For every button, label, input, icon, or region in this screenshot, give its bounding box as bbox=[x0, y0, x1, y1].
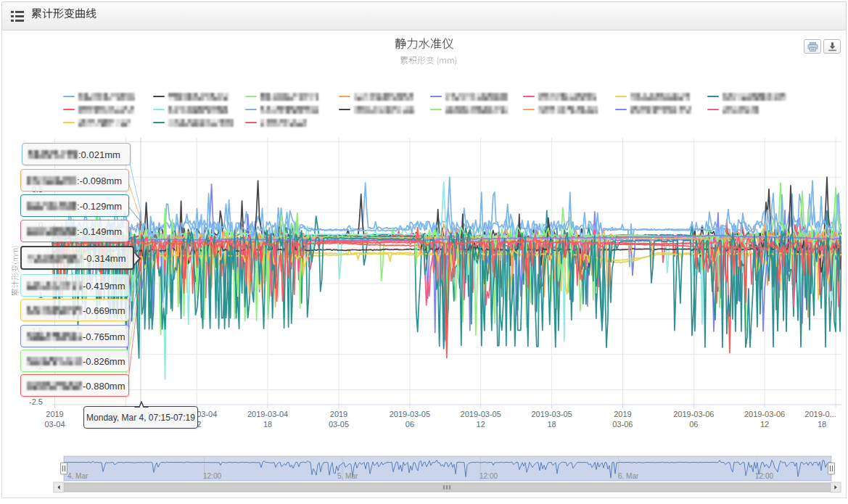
tooltip-value: -0.826mm bbox=[83, 355, 125, 366]
legend-label-redacted bbox=[630, 106, 691, 114]
tooltip-value: -0.314mm bbox=[83, 252, 126, 263]
legend-marker bbox=[245, 109, 257, 111]
tooltip-box-7: -0.669mm bbox=[20, 299, 129, 321]
tooltip-box-8: -0.765mm bbox=[20, 325, 129, 347]
legend-marker bbox=[153, 96, 165, 98]
legend-label-redacted bbox=[354, 106, 415, 114]
x-tick-label: 2019-0... bbox=[804, 410, 836, 419]
legend-label-redacted bbox=[78, 106, 135, 114]
tooltip-value: -0.880mm bbox=[83, 380, 125, 391]
navigator-handle-left[interactable] bbox=[61, 463, 67, 474]
legend-marker bbox=[339, 96, 350, 98]
redaction-pixels bbox=[168, 93, 229, 101]
tooltip-value: :0.021mm bbox=[78, 149, 120, 160]
legend-marker bbox=[430, 96, 442, 98]
legend-label-redacted bbox=[445, 93, 508, 101]
navigator-mask[interactable] bbox=[64, 456, 831, 481]
x-tick-label-2: 12 bbox=[477, 420, 485, 429]
download-button[interactable] bbox=[823, 39, 841, 54]
tooltip-label-redacted bbox=[28, 255, 83, 263]
legend-marker bbox=[153, 109, 165, 111]
redaction-pixels bbox=[27, 202, 76, 210]
redaction-pixels bbox=[723, 106, 759, 114]
redaction-pixels bbox=[723, 93, 786, 101]
redaction-pixels bbox=[354, 106, 415, 114]
legend-marker bbox=[707, 109, 719, 111]
legend-marker bbox=[430, 109, 442, 111]
legend-marker bbox=[615, 96, 627, 98]
tooltip-header: Monday, Mar 4, 07:15-07:19 bbox=[83, 406, 198, 429]
navigator-label: 5. Mar bbox=[337, 472, 358, 480]
tooltip-label-redacted bbox=[27, 357, 82, 365]
x-tick-label: 2019 bbox=[46, 410, 63, 419]
tooltip-box-9: -0.826mm bbox=[20, 350, 129, 372]
x-tick-label: 2019-03-06 bbox=[673, 410, 714, 419]
legend-label-redacted bbox=[723, 93, 786, 101]
legend-marker bbox=[339, 109, 350, 111]
redaction-pixels bbox=[27, 357, 82, 365]
x-tick-label: 2019-03-06 bbox=[744, 410, 785, 419]
legend-label-redacted bbox=[630, 93, 690, 101]
tooltip-header-arrow bbox=[134, 401, 149, 408]
tooltip-label-redacted bbox=[27, 306, 82, 315]
legend-label-redacted bbox=[538, 93, 596, 101]
x-tick-label: 2019-03-05 bbox=[461, 410, 501, 419]
redaction-pixels bbox=[27, 227, 76, 236]
redaction-pixels bbox=[168, 106, 228, 114]
redaction-pixels bbox=[630, 93, 690, 101]
redaction-pixels bbox=[354, 93, 413, 101]
printer-icon bbox=[807, 42, 818, 51]
tooltip-box-3: :-0.129mm bbox=[20, 194, 129, 217]
navigator-label: 12:00 bbox=[755, 472, 773, 480]
tooltip-header-text: Monday, Mar 4, 07:15-07:19 bbox=[86, 413, 195, 423]
legend-marker bbox=[523, 96, 535, 98]
legend-marker bbox=[707, 96, 719, 98]
chart-subtitle-glyphs bbox=[400, 57, 456, 68]
legend-marker bbox=[63, 122, 75, 124]
tooltip-box-1: :0.021mm bbox=[22, 143, 131, 165]
legend-label-redacted bbox=[168, 119, 234, 127]
x-tick-label-2: 03-05 bbox=[329, 420, 349, 429]
redaction-pixels bbox=[260, 106, 318, 114]
redaction-pixels bbox=[538, 106, 598, 114]
legend-label-redacted bbox=[78, 119, 131, 127]
tooltip-value: :-0.149mm bbox=[77, 226, 122, 236]
tooltip-value: -0.419mm bbox=[83, 280, 125, 291]
legend-label-redacted bbox=[538, 106, 598, 114]
legend-label-redacted bbox=[168, 106, 228, 114]
tooltip-value: :-0.098mm bbox=[77, 175, 122, 186]
x-tick-label-2: 06 bbox=[406, 420, 414, 429]
tooltip-box-2: :-0.098mm bbox=[20, 169, 129, 191]
redaction-pixels bbox=[78, 119, 131, 127]
legend-label-redacted bbox=[168, 93, 229, 101]
redaction-pixels bbox=[260, 93, 318, 101]
scrollbar-button-left[interactable] bbox=[54, 482, 64, 492]
print-button[interactable] bbox=[804, 39, 821, 54]
tooltip-label-redacted bbox=[27, 332, 82, 341]
tooltip-value: -0.669mm bbox=[83, 305, 125, 315]
navigator-handle-right[interactable] bbox=[828, 463, 835, 474]
tooltip-box-6: -0.419mm bbox=[20, 274, 129, 297]
redaction-pixels bbox=[27, 381, 82, 390]
tooltip-value: :-0.129mm bbox=[77, 200, 122, 211]
tooltip-box-4: :-0.149mm bbox=[20, 220, 129, 242]
tooltip-box-5: -0.314mm bbox=[20, 246, 134, 270]
chart-page: 累计形变曲线 静力水准仪 累积形变 (mm) 累计形变(mm) 201903-0… bbox=[0, 0, 848, 504]
tooltip-label-redacted bbox=[28, 150, 78, 159]
tooltip-box-arrow bbox=[134, 252, 141, 265]
legend-marker bbox=[615, 109, 627, 111]
redaction-pixels bbox=[27, 176, 76, 185]
redaction-pixels bbox=[27, 332, 82, 341]
tooltip-value: -0.765mm bbox=[83, 331, 125, 342]
legend-label-redacted bbox=[723, 106, 759, 114]
tooltip-label-redacted bbox=[27, 227, 76, 236]
legend-marker bbox=[153, 122, 165, 124]
x-tick-label-2: 18 bbox=[547, 420, 556, 429]
legend-label-redacted bbox=[445, 106, 508, 114]
redaction-pixels bbox=[28, 255, 83, 263]
legend-marker bbox=[63, 96, 75, 98]
legend-marker bbox=[245, 96, 257, 98]
chart-title-glyphs bbox=[395, 38, 453, 54]
scrollbar-button-right[interactable] bbox=[831, 482, 841, 492]
tooltip-label-redacted bbox=[27, 381, 82, 390]
